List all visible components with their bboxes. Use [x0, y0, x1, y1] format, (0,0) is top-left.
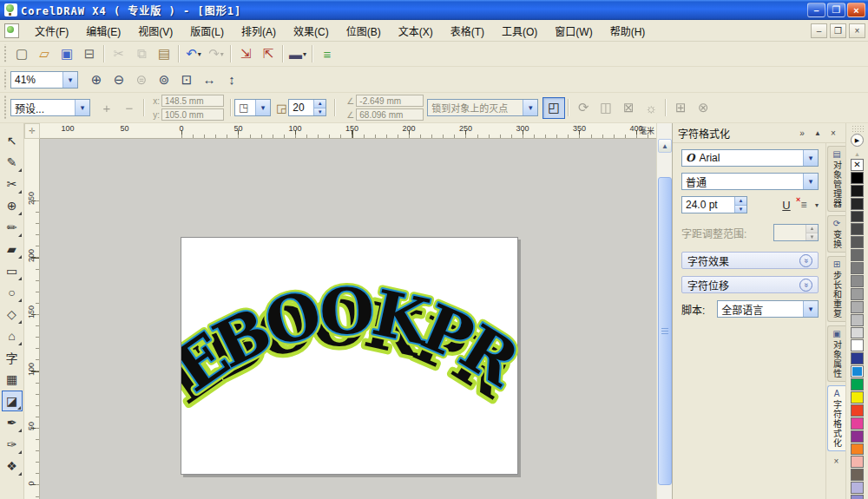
scrollbar-thumb[interactable] — [658, 177, 672, 485]
zoom-all-objects-icon[interactable]: ⊚ — [153, 69, 175, 90]
zoom-selected-icon[interactable]: ⊜ — [130, 69, 153, 90]
text-tool[interactable]: 字 — [2, 347, 23, 368]
spinner-down-icon[interactable]: ▼ — [314, 108, 326, 116]
color-swatch[interactable] — [851, 365, 864, 378]
menu-item[interactable]: 文件(F) — [26, 20, 77, 42]
ellipse-tool[interactable]: ○ — [2, 282, 23, 303]
color-swatch[interactable] — [851, 288, 864, 300]
print-icon[interactable]: ⊟ — [78, 43, 101, 65]
cut-icon[interactable]: ✂ — [108, 43, 130, 65]
application-launcher-icon[interactable]: ▬▾ — [286, 43, 309, 65]
docker-tab[interactable]: ⊞步长和重复 — [827, 256, 845, 322]
color-swatch[interactable] — [851, 469, 864, 481]
docker-tab[interactable]: ▤对象管理器 — [827, 146, 845, 212]
menu-item[interactable]: 版面(L) — [181, 20, 233, 42]
alignment-button[interactable]: ≡× — [795, 199, 812, 211]
docker-collapse-icon[interactable]: » — [795, 127, 809, 139]
alignment-dropdown-icon[interactable]: ▾ — [815, 201, 819, 209]
chevron-down-icon[interactable]: ▾ — [803, 150, 818, 166]
menu-item[interactable]: 视图(V) — [129, 20, 181, 42]
color-swatch[interactable] — [851, 378, 864, 391]
close-button[interactable]: × — [847, 3, 865, 17]
menu-item[interactable]: 排列(A) — [233, 20, 285, 42]
docker-close-icon[interactable]: × — [826, 127, 840, 139]
color-swatch[interactable] — [851, 185, 864, 197]
color-swatch[interactable] — [851, 339, 864, 351]
redo-icon[interactable]: ↷▾ — [205, 43, 227, 65]
color-swatch[interactable] — [851, 314, 864, 326]
zoom-page-width-icon[interactable]: ↔ — [198, 69, 220, 90]
font-size-spinner[interactable]: 24.0 pt ▲▼ — [681, 196, 747, 213]
color-swatch[interactable] — [851, 391, 864, 404]
object-y-field[interactable]: 105.0 mm — [161, 108, 224, 121]
spinner-down-icon[interactable]: ▼ — [735, 205, 746, 213]
tab-group-close-icon[interactable]: × — [830, 455, 844, 467]
outline-pen-tool[interactable]: ✑ — [2, 434, 23, 455]
extrude-bevel-icon[interactable]: ⊠ — [617, 97, 640, 119]
color-swatch[interactable] — [851, 327, 864, 339]
vanishing-point-y-field[interactable]: 68.096 mm — [356, 108, 424, 121]
doc-minimize-button[interactable]: – — [811, 23, 827, 38]
menu-item[interactable]: 帮助(H) — [602, 20, 654, 42]
table-tool[interactable]: ▦ — [2, 369, 23, 390]
color-swatch[interactable] — [851, 249, 864, 261]
menu-item[interactable]: 窗口(W) — [546, 20, 601, 42]
preset-value[interactable]: 预设... — [11, 101, 75, 115]
zoom-page-height-icon[interactable]: ↕ — [220, 69, 243, 90]
vertical-scrollbar[interactable]: ▲ — [656, 123, 672, 499]
font-family-combo[interactable]: OArial ▾ — [681, 149, 819, 167]
color-swatch[interactable] — [851, 172, 864, 184]
drawing-canvas[interactable]: EBOOKPRESS EBOOKPRESS EBOOKPRESS EBOOKPR… — [40, 139, 656, 499]
zoom-level-combo[interactable]: 41% ▾ — [10, 71, 78, 89]
chevron-down-icon[interactable]: ▾ — [523, 100, 537, 115]
font-style-value[interactable]: 普通 — [682, 174, 803, 189]
vertical-ruler[interactable]: 250200150100500 — [24, 139, 40, 499]
menu-item[interactable]: 效果(C) — [285, 20, 338, 42]
scroll-up-icon[interactable]: ▲ — [658, 139, 672, 153]
horizontal-ruler[interactable]: 毫米 10050050100150200250300350400 — [40, 123, 656, 139]
save-icon[interactable]: ▣ — [56, 43, 78, 65]
vanishing-point-x-field[interactable]: -2.649 mm — [356, 95, 424, 107]
color-swatch[interactable] — [851, 404, 864, 417]
smart-fill-tool[interactable]: ▰ — [2, 239, 23, 259]
vanishing-point-lock-value[interactable]: 锁到对象上的灭点 — [428, 101, 523, 115]
open-folder-icon[interactable]: ▱ — [33, 43, 56, 65]
zoom-level-value[interactable]: 41% — [11, 74, 62, 86]
object-x-field[interactable]: 148.5 mm — [161, 95, 224, 107]
copy-extrude-properties-icon[interactable]: ⊞ — [669, 97, 692, 119]
convert-extrude-icon[interactable]: ⊗ — [692, 97, 714, 119]
remove-preset-button[interactable]: − — [118, 97, 141, 119]
expand-chevron-icon[interactable]: » — [799, 254, 812, 267]
color-swatch[interactable] — [851, 198, 864, 210]
ruler-origin-button[interactable]: ✛ — [24, 123, 40, 139]
chevron-down-icon[interactable]: ▾ — [803, 174, 818, 189]
palette-scroll-up-icon[interactable]: ▲ — [851, 148, 865, 159]
palette-grip[interactable] — [852, 125, 864, 132]
color-swatch[interactable] — [851, 482, 864, 494]
color-swatch[interactable] — [851, 430, 864, 443]
chevron-down-icon[interactable]: ▾ — [62, 72, 77, 88]
paste-icon[interactable]: ▤ — [153, 43, 175, 65]
color-swatch[interactable] — [851, 262, 864, 274]
font-style-combo[interactable]: 普通 ▾ — [681, 173, 819, 190]
freehand-tool[interactable]: ✏ — [2, 217, 23, 238]
color-swatch[interactable] — [851, 495, 864, 499]
menu-item[interactable]: 表格(T) — [442, 20, 493, 42]
character-effects-section[interactable]: 字符效果 » — [681, 252, 819, 269]
font-size-value[interactable]: 24.0 pt — [682, 197, 734, 213]
palette-flyout-icon[interactable]: ▶ — [851, 134, 864, 147]
script-value[interactable]: 全部语言 — [718, 302, 803, 317]
font-family-value[interactable]: Arial — [699, 152, 720, 164]
import-icon[interactable]: ⇲ — [234, 43, 257, 65]
extrude-color-icon[interactable]: ◫ — [595, 97, 617, 119]
color-swatch[interactable] — [851, 236, 864, 248]
color-swatch[interactable] — [851, 456, 864, 468]
undo-icon[interactable]: ↶▾ — [182, 43, 205, 65]
zoom-tool[interactable]: ⊕ — [2, 195, 23, 216]
color-swatch[interactable] — [851, 417, 864, 430]
extrude-rotation-icon[interactable]: ⟳ — [572, 97, 595, 119]
docker-tab[interactable]: ⟳变换 — [827, 215, 845, 253]
underline-button[interactable]: U — [778, 199, 795, 212]
shape-tool[interactable]: ✎ — [2, 152, 23, 173]
character-shift-section[interactable]: 字符位移 » — [681, 276, 819, 293]
